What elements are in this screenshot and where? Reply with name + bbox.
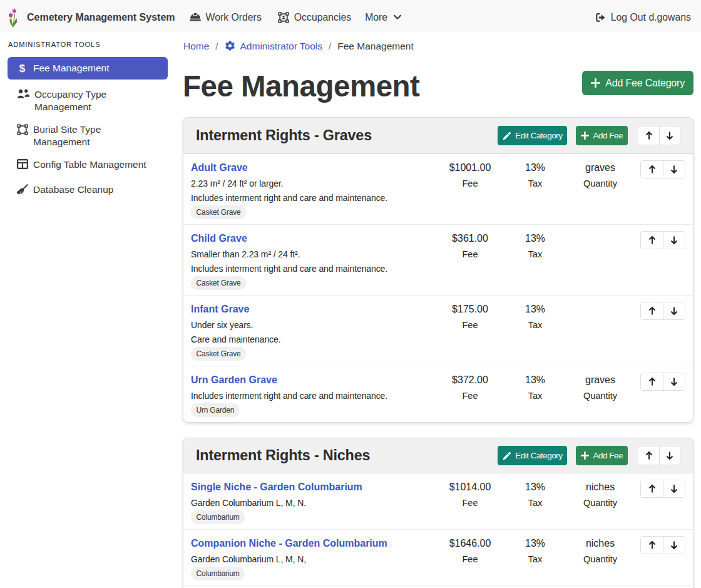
svg-text:$: $ [19, 63, 26, 75]
